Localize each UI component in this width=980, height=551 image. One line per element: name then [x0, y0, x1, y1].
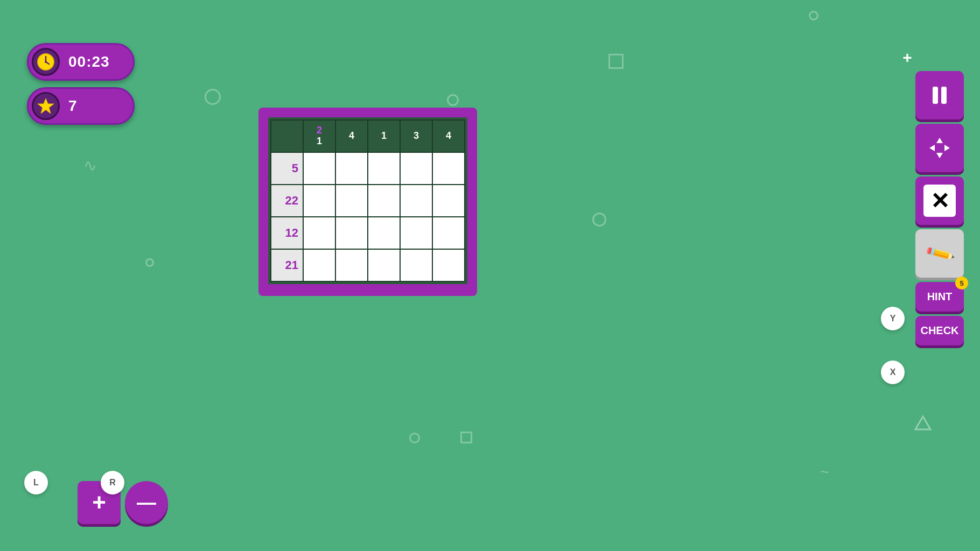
minus-label: — [137, 491, 156, 514]
col2-bottom: 4 [349, 131, 354, 142]
grid-cell-4-3[interactable] [368, 249, 400, 281]
row-label-1: 5 [271, 152, 303, 185]
col5-bottom: 4 [446, 131, 451, 142]
row-label-4: 21 [271, 249, 303, 281]
pause-icon [933, 87, 947, 104]
svg-marker-8 [936, 153, 943, 158]
grid-cell-4-4[interactable] [400, 249, 432, 281]
svg-marker-6 [38, 98, 54, 114]
arrows-icon [926, 135, 953, 161]
plus-label: + [92, 489, 106, 516]
grid-cell-4-2[interactable] [335, 249, 368, 281]
check-button[interactable]: CHECK [915, 316, 964, 345]
plus-icon: + [902, 48, 912, 67]
grid-cell-4-5[interactable] [432, 249, 465, 281]
grid-cell-3-4[interactable] [400, 217, 432, 249]
col-header-5: 4 [432, 120, 465, 152]
col1-bottom: 1 [317, 136, 322, 147]
grid-cell-4-1[interactable] [303, 249, 335, 281]
grid-cell-3-5[interactable] [432, 217, 465, 249]
pencil-icon: ✏️ [923, 238, 956, 270]
grid-cell-1-3[interactable] [368, 152, 400, 185]
grid-inner: 2 1 4 1 [268, 117, 467, 284]
grid-corner [271, 120, 303, 152]
dpad-minus-button[interactable]: — [125, 481, 168, 524]
col-header-1: 2 1 [303, 120, 335, 152]
grid-cell-2-5[interactable] [432, 185, 465, 217]
y-label: Y [890, 314, 896, 323]
pencil-button[interactable]: ✏️ [915, 229, 964, 278]
grid-cell-1-5[interactable] [432, 152, 465, 185]
r-label: R [109, 478, 116, 488]
puzzle-grid-container: 2 1 4 1 [258, 108, 477, 296]
grid-cell-3-2[interactable] [335, 217, 368, 249]
timer-display: 00:23 [27, 43, 135, 81]
grid-cell-2-1[interactable] [303, 185, 335, 217]
score-display: 7 [27, 87, 135, 125]
x-button[interactable]: X [881, 361, 905, 384]
col-header-3: 1 [368, 120, 400, 152]
col-header-4: 3 [400, 120, 432, 152]
grid-cell-2-4[interactable] [400, 185, 432, 217]
grid-cell-1-1[interactable] [303, 152, 335, 185]
grid-cell-3-1[interactable] [303, 217, 335, 249]
x-label: X [890, 368, 896, 377]
bottom-controls: L R + — [22, 481, 168, 524]
hint-label: HINT [927, 291, 953, 302]
svg-marker-10 [944, 145, 950, 151]
grid-cell-2-2[interactable] [335, 185, 368, 217]
y-button[interactable]: Y [881, 307, 905, 330]
grid-cell-1-2[interactable] [335, 152, 368, 185]
row-label-3: 12 [271, 217, 303, 249]
hint-badge: 5 [955, 277, 968, 289]
right-controls: + ✕ ✏️ HINT 5 [915, 43, 964, 345]
col1-top: 2 [317, 125, 322, 136]
l-button[interactable]: L [24, 471, 48, 495]
clock-icon [32, 48, 60, 76]
check-label: CHECK [920, 324, 958, 336]
hud-area: 00:23 7 [27, 43, 135, 125]
score-value: 7 [68, 97, 78, 115]
nonogram-grid[interactable]: 2 1 4 1 [270, 119, 465, 282]
col-header-2: 4 [335, 120, 368, 152]
r-button[interactable]: R [101, 471, 124, 495]
col3-bottom: 1 [381, 131, 387, 142]
grid-cell-1-4[interactable] [400, 152, 432, 185]
svg-marker-0 [915, 416, 930, 429]
star-icon [32, 92, 60, 120]
x-icon: ✕ [923, 185, 956, 217]
grid-cell-3-3[interactable] [368, 217, 400, 249]
l-label: L [33, 478, 39, 488]
move-button[interactable] [915, 124, 964, 172]
grid-cell-2-3[interactable] [368, 185, 400, 217]
row-label-2: 22 [271, 185, 303, 217]
col4-bottom: 3 [414, 131, 419, 142]
svg-marker-7 [936, 138, 943, 143]
timer-value: 00:23 [68, 53, 110, 70]
erase-button[interactable]: ✕ [915, 176, 964, 225]
svg-point-5 [45, 61, 47, 63]
hint-container: HINT 5 [915, 282, 964, 312]
pause-button[interactable] [915, 71, 964, 119]
svg-marker-9 [929, 145, 935, 151]
